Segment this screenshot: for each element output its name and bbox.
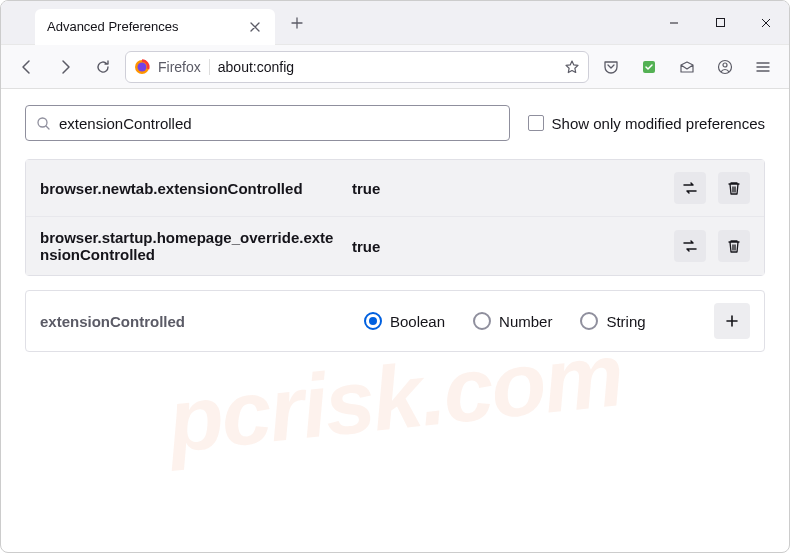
radio-icon [580, 312, 598, 330]
maximize-button[interactable] [697, 1, 743, 45]
toggle-button[interactable] [674, 230, 706, 262]
radio-label: Number [499, 313, 552, 330]
toggle-button[interactable] [674, 172, 706, 204]
toolbar: Firefox about:config [1, 45, 789, 89]
minimize-button[interactable] [651, 1, 697, 45]
pocket-icon[interactable] [595, 51, 627, 83]
svg-rect-0 [716, 19, 724, 27]
pref-name: browser.startup.homepage_override.extens… [40, 229, 340, 263]
show-modified-checkbox[interactable]: Show only modified preferences [528, 115, 765, 132]
checkbox-icon [528, 115, 544, 131]
search-input[interactable] [59, 115, 499, 132]
tab-title: Advanced Preferences [47, 19, 239, 34]
url-label: Firefox [158, 59, 210, 75]
radio-label: String [606, 313, 645, 330]
radio-label: Boolean [390, 313, 445, 330]
table-row: browser.startup.homepage_override.extens… [26, 216, 764, 275]
radio-number[interactable]: Number [473, 312, 552, 330]
new-tab-button[interactable] [281, 7, 313, 39]
table-row: browser.newtab.extensionControlled true [26, 160, 764, 216]
content-area: Show only modified preferences browser.n… [1, 89, 789, 368]
back-button[interactable] [11, 51, 43, 83]
pref-name: browser.newtab.extensionControlled [40, 180, 340, 197]
close-window-button[interactable] [743, 1, 789, 45]
checkbox-label: Show only modified preferences [552, 115, 765, 132]
svg-point-2 [138, 62, 147, 71]
menu-icon[interactable] [747, 51, 779, 83]
titlebar: Advanced Preferences [1, 1, 789, 45]
forward-button[interactable] [49, 51, 81, 83]
svg-point-5 [723, 63, 727, 67]
radio-boolean[interactable]: Boolean [364, 312, 445, 330]
type-radios: Boolean Number String [364, 312, 690, 330]
extension-icon[interactable] [633, 51, 665, 83]
window-controls [651, 1, 789, 45]
inbox-icon[interactable] [671, 51, 703, 83]
firefox-icon [134, 59, 150, 75]
url-text: about:config [218, 59, 556, 75]
pref-value: true [352, 238, 662, 255]
reload-button[interactable] [87, 51, 119, 83]
delete-button[interactable] [718, 172, 750, 204]
add-button[interactable] [714, 303, 750, 339]
new-pref-name: extensionControlled [40, 313, 340, 330]
search-row: Show only modified preferences [25, 105, 765, 141]
radio-icon [473, 312, 491, 330]
account-icon[interactable] [709, 51, 741, 83]
url-bar[interactable]: Firefox about:config [125, 51, 589, 83]
radio-string[interactable]: String [580, 312, 645, 330]
browser-tab[interactable]: Advanced Preferences [35, 9, 275, 45]
pref-value: true [352, 180, 662, 197]
search-icon [36, 116, 51, 131]
search-box[interactable] [25, 105, 510, 141]
add-pref-row: extensionControlled Boolean Number Strin… [25, 290, 765, 352]
delete-button[interactable] [718, 230, 750, 262]
close-tab-icon[interactable] [247, 19, 263, 35]
bookmark-star-icon[interactable] [564, 59, 580, 75]
results-table: browser.newtab.extensionControlled true … [25, 159, 765, 276]
radio-icon [364, 312, 382, 330]
